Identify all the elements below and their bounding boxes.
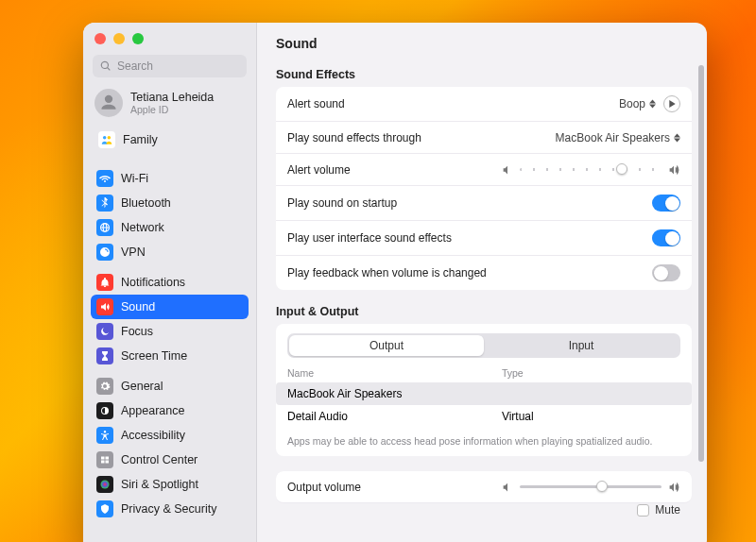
account-sub: Apple ID — [130, 104, 214, 115]
sidebar-item-label: VPN — [121, 246, 146, 259]
ui-sounds-label: Play user interface sound effects — [287, 231, 452, 245]
sound-effects-card: Alert sound Boop — [276, 87, 692, 290]
sidebar-item-label: Bluetooth — [121, 196, 171, 210]
startup-sound-row: Play sound on startup — [276, 186, 692, 221]
alert-sound-popup[interactable]: Boop — [619, 97, 656, 110]
account-row[interactable]: Tetiana Leheida Apple ID — [83, 85, 256, 125]
bluetooth-icon — [96, 195, 113, 212]
sidebar-item-network[interactable]: Network — [91, 215, 249, 240]
volume-feedback-toggle[interactable] — [652, 264, 680, 281]
alert-volume-row: Alert volume — [276, 154, 692, 186]
volume-feedback-row: Play feedback when volume is changed — [276, 256, 692, 290]
search-input[interactable]: Search — [93, 55, 247, 77]
zoom-icon[interactable] — [132, 33, 144, 44]
sidebar-item-label: Notifications — [121, 276, 185, 289]
sidebar-item-control-center[interactable]: Control Center — [91, 448, 249, 472]
io-card: Output Input Name Type MacBook Air Speak… — [276, 324, 692, 456]
sidebar-item-label: Accessibility — [121, 429, 185, 442]
volume-high-icon — [667, 481, 680, 494]
wifi-icon — [96, 170, 113, 187]
sidebar-item-label: Screen Time — [121, 349, 187, 363]
output-volume-slider[interactable] — [501, 481, 680, 494]
sidebar-item-label: Siri & Spotlight — [121, 478, 198, 491]
sidebar-item-notifications[interactable]: Notifications — [91, 270, 249, 295]
gear-icon — [96, 378, 113, 395]
volume-high-icon — [667, 163, 680, 177]
svg-point-0 — [103, 136, 107, 140]
col-name: Name — [287, 367, 502, 379]
close-icon[interactable] — [94, 33, 106, 44]
device-type — [502, 387, 680, 400]
play-through-value: MacBook Air Speakers — [556, 131, 670, 144]
sidebar-item-label: Wi-Fi — [121, 172, 148, 185]
sidebar-item-bluetooth[interactable]: Bluetooth — [91, 191, 249, 215]
spatial-audio-hint: Apps may be able to access head pose inf… — [276, 428, 692, 456]
device-name: MacBook Air Speakers — [287, 387, 502, 400]
appearance-icon — [96, 402, 113, 419]
main-pane: Sound Sound Effects Alert sound Boop — [257, 23, 707, 542]
sidebar-item-family[interactable]: Family — [93, 127, 247, 153]
play-through-label: Play sound effects through — [287, 131, 421, 144]
tab-input[interactable]: Input — [484, 335, 679, 356]
sidebar-item-wi-fi[interactable]: Wi-Fi — [91, 166, 249, 191]
page-title: Sound — [257, 23, 707, 60]
play-alert-button[interactable] — [663, 95, 680, 112]
output-volume-label: Output volume — [287, 481, 361, 494]
sidebar-item-label: Sound — [121, 300, 155, 313]
avatar — [94, 89, 123, 117]
volume-low-icon — [501, 163, 514, 177]
family-label: Family — [123, 133, 158, 146]
sidebar-item-appearance[interactable]: Appearance — [91, 398, 249, 423]
startup-sound-toggle[interactable] — [652, 195, 680, 212]
tab-output[interactable]: Output — [289, 335, 484, 356]
volume-low-icon — [501, 481, 514, 494]
alert-sound-value: Boop — [619, 97, 645, 110]
sidebar-item-vpn[interactable]: VPN — [91, 240, 249, 264]
sidebar-item-accessibility[interactable]: Accessibility — [91, 423, 249, 448]
scrollbar[interactable] — [698, 65, 704, 462]
sidebar-item-privacy-security[interactable]: Privacy & Security — [91, 497, 249, 521]
chevron-updown-icon — [674, 133, 680, 143]
io-segmented[interactable]: Output Input — [287, 333, 680, 358]
sidebar-item-general[interactable]: General — [91, 374, 249, 398]
sidebar-item-siri-spotlight[interactable]: Siri & Spotlight — [91, 472, 249, 497]
main-scroll[interactable]: Sound Effects Alert sound Boop — [257, 60, 707, 542]
globe-icon — [96, 219, 113, 236]
sidebar-item-focus[interactable]: Focus — [91, 319, 249, 344]
play-through-row: Play sound effects through MacBook Air S… — [276, 122, 692, 154]
sidebar-item-sound[interactable]: Sound — [91, 295, 249, 319]
io-title: Input & Output — [276, 305, 692, 318]
sidebar-item-screen-time[interactable]: Screen Time — [91, 344, 249, 368]
account-name: Tetiana Leheida — [130, 91, 214, 104]
vpn-icon — [96, 244, 113, 261]
sidebar-item-label: Focus — [121, 325, 153, 338]
device-name: Detail Audio — [287, 410, 502, 423]
mute-row: Mute — [276, 503, 692, 517]
minimize-icon[interactable] — [113, 33, 125, 44]
sound-effects-title: Sound Effects — [276, 68, 692, 81]
sidebar-nav: Wi-FiBluetoothNetworkVPNNotificationsSou… — [83, 161, 256, 542]
bell-icon — [96, 274, 113, 291]
settings-window: Search Tetiana Leheida Apple ID Family W… — [83, 23, 707, 542]
volume-feedback-label: Play feedback when volume is changed — [287, 266, 487, 279]
sidebar-item-label: Control Center — [121, 453, 198, 466]
mute-checkbox[interactable] — [637, 504, 649, 517]
search-placeholder: Search — [117, 59, 153, 73]
hourglass-icon — [96, 347, 113, 364]
device-row[interactable]: MacBook Air Speakers — [276, 382, 692, 405]
alert-sound-row: Alert sound Boop — [276, 87, 692, 122]
hand-icon — [96, 500, 113, 517]
sidebar-item-label: Appearance — [121, 404, 184, 417]
play-through-popup[interactable]: MacBook Air Speakers — [556, 131, 680, 144]
alert-volume-slider[interactable] — [501, 163, 680, 177]
family-icon — [98, 131, 115, 148]
output-volume-row: Output volume — [276, 471, 692, 503]
svg-point-1 — [108, 136, 112, 140]
mute-label: Mute — [655, 503, 680, 517]
ui-sounds-toggle[interactable] — [652, 229, 680, 246]
svg-point-2 — [101, 481, 110, 489]
device-row[interactable]: Detail AudioVirtual — [276, 405, 692, 428]
device-table-body: MacBook Air SpeakersDetail AudioVirtual — [276, 382, 692, 428]
speaker-icon — [96, 298, 113, 315]
alert-sound-label: Alert sound — [287, 97, 345, 110]
